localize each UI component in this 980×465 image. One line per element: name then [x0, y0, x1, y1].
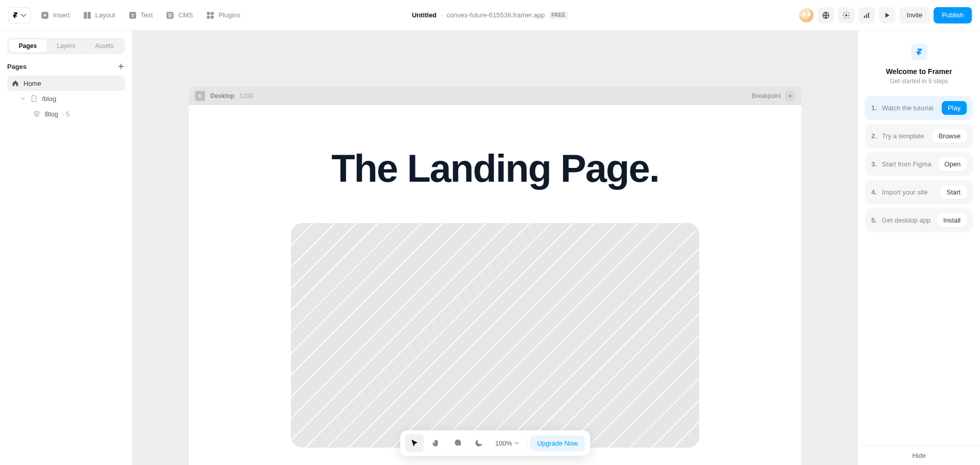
step-action-install[interactable]: Install — [937, 213, 967, 227]
step-start-figma: 3. Start from Figma Open — [865, 152, 973, 176]
svg-rect-12 — [211, 15, 214, 18]
page-count: · 5 — [62, 110, 69, 118]
globe-icon — [822, 11, 830, 19]
project-url[interactable]: convex-future-615538.framer.app — [447, 11, 545, 19]
frame-width-label: 1200 — [239, 92, 253, 100]
page-label: Blog — [45, 110, 58, 118]
plus-square-icon — [40, 10, 50, 20]
grid-icon — [205, 10, 215, 20]
step-action-start[interactable]: Start — [941, 185, 967, 199]
welcome-title: Welcome to Framer — [865, 67, 973, 76]
pages-section-header: Pages — [7, 62, 125, 70]
topbar: Insert Layout T Text CMS Plugins Untitle… — [0, 0, 980, 31]
chevron-down-icon — [20, 12, 27, 19]
menu-cms[interactable]: CMS — [162, 7, 196, 23]
add-page-button[interactable] — [117, 62, 125, 70]
svg-rect-6 — [168, 13, 173, 14]
page-label: Home — [23, 80, 41, 87]
upgrade-button[interactable]: Upgrade Now — [530, 435, 585, 451]
globe-button[interactable] — [818, 7, 834, 23]
cursor-icon — [410, 438, 419, 448]
topbar-center: Untitled · convex-future-615538.framer.a… — [329, 11, 650, 19]
project-title[interactable]: Untitled — [412, 11, 436, 19]
design-frame[interactable]: Desktop 1200 Breakpoint The Landing Page… — [189, 87, 801, 465]
tab-assets[interactable]: Assets — [85, 39, 124, 53]
step-try-template: 2. Try a template Browse — [865, 124, 973, 148]
zoom-control[interactable]: 100% — [491, 439, 523, 447]
tool-pointer[interactable] — [405, 434, 424, 452]
menu-layout[interactable]: Layout — [79, 7, 118, 23]
hand-icon — [431, 438, 440, 448]
add-breakpoint-button[interactable] — [785, 91, 795, 101]
step-number: 4. — [871, 188, 877, 196]
pages-section-title: Pages — [7, 63, 27, 70]
moon-icon — [474, 438, 483, 448]
step-number: 1. — [871, 104, 877, 112]
toolbar-divider — [526, 437, 527, 449]
welcome-logo — [911, 44, 927, 60]
tab-pages[interactable]: Pages — [9, 39, 47, 53]
canvas[interactable]: Desktop 1200 Breakpoint The Landing Page… — [133, 31, 857, 465]
breakpoint-label: Breakpoint — [752, 92, 781, 100]
settings-button[interactable] — [838, 7, 854, 23]
topbar-right: Invite Publish — [651, 7, 972, 23]
text-icon: T — [128, 10, 138, 20]
page-row-blog[interactable]: Blog · 5 — [7, 106, 125, 121]
page-icon — [30, 94, 38, 103]
step-action-open[interactable]: Open — [938, 157, 967, 171]
step-number: 5. — [871, 216, 877, 224]
svg-rect-11 — [207, 15, 210, 18]
frame-device-label[interactable]: Desktop — [210, 92, 234, 100]
hide-panel-button[interactable]: Hide — [858, 446, 980, 465]
menu-plugins[interactable]: Plugins — [202, 7, 243, 23]
breakpoint-group: Breakpoint — [752, 91, 795, 101]
app-menu-button[interactable] — [8, 7, 31, 23]
publish-button[interactable]: Publish — [934, 7, 972, 23]
step-number: 3. — [871, 160, 877, 168]
tab-layers[interactable]: Layers — [47, 39, 85, 53]
step-action-browse[interactable]: Browse — [933, 129, 967, 143]
tool-hand[interactable] — [427, 434, 445, 452]
plus-icon — [788, 93, 793, 99]
tool-theme[interactable] — [470, 434, 488, 452]
layout-icon — [82, 10, 92, 20]
tool-comment[interactable] — [448, 434, 467, 452]
home-icon — [11, 79, 19, 87]
bottom-toolbar: 100% Upgrade Now — [400, 430, 590, 456]
title-separator: · — [440, 11, 443, 19]
hero-title[interactable]: The Landing Page. — [225, 146, 766, 190]
framer-logo-icon — [12, 12, 19, 19]
framer-logo-icon — [915, 48, 923, 56]
main-area: Pages Layers Assets Pages Home /blog Blo… — [0, 31, 980, 465]
left-panel: Pages Layers Assets Pages Home /blog Blo… — [0, 31, 133, 465]
svg-rect-2 — [87, 12, 90, 19]
page-label: /blog — [42, 95, 56, 103]
svg-rect-1 — [84, 12, 87, 19]
page-row-home[interactable]: Home — [7, 76, 125, 91]
play-button[interactable] — [879, 7, 895, 23]
user-avatar[interactable] — [799, 8, 814, 22]
menu-insert[interactable]: Insert — [37, 7, 73, 23]
frame-header: Desktop 1200 Breakpoint — [189, 87, 801, 105]
image-placeholder[interactable] — [291, 223, 699, 448]
database-icon — [165, 10, 175, 20]
step-label: Start from Figma — [882, 160, 932, 168]
svg-rect-17 — [868, 12, 869, 18]
step-watch-tutorial: 1. Watch the tutorial Play — [865, 96, 973, 120]
frame-preview-button[interactable] — [195, 91, 205, 101]
page-row-blog-folder[interactable]: /blog — [7, 91, 125, 106]
welcome-subtitle: Get started in 5 steps — [865, 78, 973, 85]
step-number: 2. — [871, 132, 877, 140]
svg-rect-8 — [168, 16, 173, 17]
step-label: Try a template — [882, 132, 924, 140]
analytics-button[interactable] — [859, 7, 875, 23]
bar-chart-icon — [863, 11, 871, 19]
step-action-play[interactable]: Play — [942, 101, 967, 115]
step-import-site: 4. Import your site Start — [865, 180, 973, 204]
chevron-down-icon — [514, 440, 519, 446]
invite-button[interactable]: Invite — [899, 7, 929, 23]
menu-text[interactable]: T Text — [125, 7, 156, 23]
step-label: Import your site — [882, 188, 928, 196]
frame-body[interactable]: The Landing Page. — [189, 105, 801, 465]
svg-rect-15 — [864, 15, 865, 18]
